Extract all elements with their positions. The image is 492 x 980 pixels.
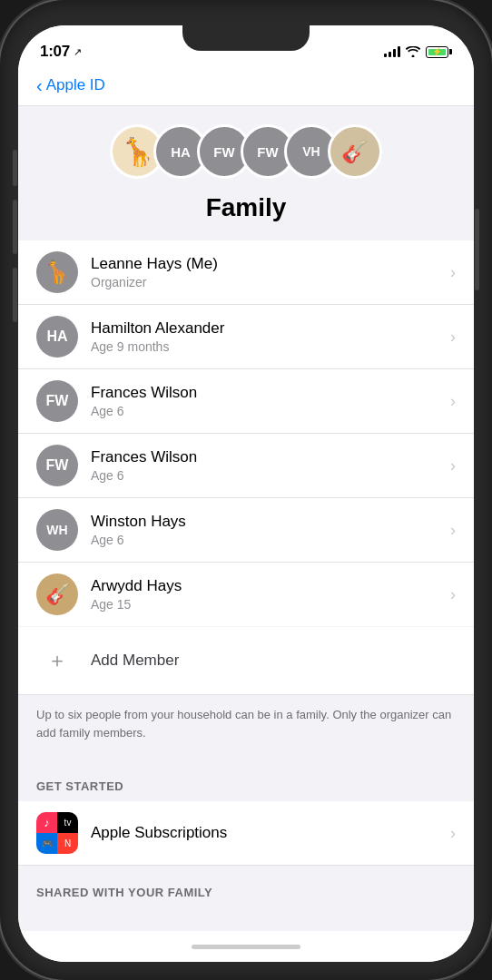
avatar-leanne-row: 🦒	[36, 251, 78, 293]
volume-down-button	[13, 268, 17, 322]
power-button	[475, 209, 479, 290]
avatar-arwydd-header: 🎸	[328, 124, 382, 179]
status-time: 1:07	[40, 43, 70, 61]
nav-bar: ‹ Apple ID	[18, 69, 474, 106]
shared-label: SHARED WITH YOUR FAMILY	[36, 886, 212, 899]
music-icon: ♪	[36, 812, 57, 833]
home-indicator	[18, 931, 474, 962]
subscription-icon: ♪ tv 🎮 N	[36, 812, 78, 854]
member-detail-hamilton: Age 9 months	[91, 339, 450, 354]
member-detail-leanne: Organizer	[91, 275, 450, 289]
member-name-winston: Winston Hays	[91, 513, 450, 531]
phone-device: 1:07 ↗	[0, 0, 492, 980]
info-section: Up to six people from your household can…	[18, 695, 474, 760]
wifi-icon	[406, 46, 420, 57]
info-text: Up to six people from your household can…	[36, 706, 456, 741]
status-icons: ⚡	[384, 46, 452, 58]
chevron-icon-hamilton: ›	[450, 328, 456, 347]
member-row-frances1[interactable]: FW Frances Wilson Age 6 ›	[18, 369, 474, 434]
avatar-arwydd-row: 🎸	[36, 573, 78, 615]
members-section: 🦒 Leanne Hays (Me) Organizer › HA Hamilt…	[18, 240, 474, 626]
family-title: Family	[206, 193, 287, 222]
get-started-header: GET STARTED	[18, 760, 474, 801]
member-detail-frances1: Age 6	[91, 404, 450, 418]
silent-switch	[13, 150, 17, 186]
chevron-icon-frances2: ›	[450, 456, 456, 475]
scroll-content[interactable]: 🦒 HA FW FW VH 🎸 Family 🦒	[18, 106, 474, 931]
member-name-hamilton: Hamilton Alexander	[91, 319, 450, 338]
member-info-winston: Winston Hays Age 6	[91, 513, 450, 547]
volume-up-button	[13, 200, 17, 254]
battery-icon: ⚡	[426, 46, 452, 58]
back-chevron-icon: ‹	[36, 76, 43, 94]
chevron-icon-leanne: ›	[450, 263, 456, 282]
member-name-leanne: Leanne Hays (Me)	[91, 255, 450, 273]
shared-section: SHARED WITH YOUR FAMILY	[18, 865, 474, 911]
member-row-winston[interactable]: WH Winston Hays Age 6 ›	[18, 498, 474, 563]
add-member-label: Add Member	[91, 652, 179, 670]
chevron-icon-arwydd: ›	[450, 585, 456, 604]
family-header: 🦒 HA FW FW VH 🎸 Family	[18, 106, 474, 240]
member-row-leanne[interactable]: 🦒 Leanne Hays (Me) Organizer ›	[18, 240, 474, 305]
subscription-name: Apple Subscriptions	[91, 824, 450, 842]
member-name-arwydd: Arwydd Hays	[91, 577, 450, 595]
news-icon: N	[57, 833, 78, 854]
member-info-hamilton: Hamilton Alexander Age 9 months	[91, 319, 450, 354]
arcade-icon: 🎮	[36, 833, 57, 854]
signal-icon	[384, 46, 400, 57]
member-detail-winston: Age 6	[91, 533, 450, 547]
add-member-row[interactable]: ＋ Add Member	[18, 627, 474, 695]
member-info-frances2: Frances Wilson Age 6	[91, 448, 450, 483]
home-bar	[192, 945, 300, 949]
avatar-row: 🦒 HA FW FW VH 🎸	[110, 124, 382, 179]
notch	[182, 25, 310, 51]
chevron-icon-winston: ›	[450, 521, 456, 540]
member-row-hamilton[interactable]: HA Hamilton Alexander Age 9 months ›	[18, 305, 474, 369]
back-label: Apple ID	[46, 76, 105, 94]
member-row-frances2[interactable]: FW Frances Wilson Age 6 ›	[18, 434, 474, 498]
member-row-arwydd[interactable]: 🎸 Arwydd Hays Age 15 ›	[18, 563, 474, 626]
get-started-label: GET STARTED	[36, 779, 123, 793]
phone-screen: 1:07 ↗	[18, 25, 474, 962]
member-name-frances2: Frances Wilson	[91, 448, 450, 466]
member-name-frances1: Frances Wilson	[91, 384, 450, 402]
add-icon: ＋	[36, 640, 78, 681]
member-info-frances1: Frances Wilson Age 6	[91, 384, 450, 418]
avatar-frances1-row: FW	[36, 380, 78, 422]
member-info-leanne: Leanne Hays (Me) Organizer	[91, 255, 450, 289]
avatar-frances2-row: FW	[36, 445, 78, 486]
member-info-arwydd: Arwydd Hays Age 15	[91, 577, 450, 612]
avatar-winston-row: WH	[36, 509, 78, 551]
subscription-row[interactable]: ♪ tv 🎮 N Apple Subscriptions ›	[18, 801, 474, 865]
member-detail-frances2: Age 6	[91, 468, 450, 483]
back-button[interactable]: ‹ Apple ID	[36, 76, 456, 94]
chevron-icon-subscription: ›	[450, 824, 456, 843]
location-icon: ↗	[74, 46, 82, 58]
tv-icon: tv	[57, 812, 78, 833]
avatar-hamilton-row: HA	[36, 316, 78, 358]
member-detail-arwydd: Age 15	[91, 597, 450, 612]
chevron-icon-frances1: ›	[450, 392, 456, 411]
